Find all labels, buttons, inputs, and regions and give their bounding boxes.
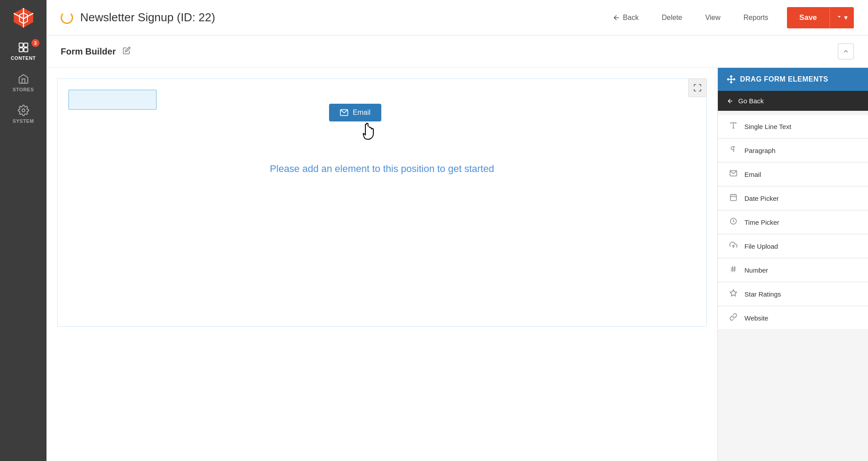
svg-rect-7: [730, 195, 736, 201]
element-label-star-ratings: Star Ratings: [744, 290, 781, 298]
content-area: Form Builder: [46, 35, 868, 461]
svg-line-15: [732, 266, 733, 272]
element-label-number: Number: [744, 266, 768, 274]
element-file-upload[interactable]: File Upload: [718, 235, 868, 258]
back-label: Back: [623, 14, 639, 22]
svg-point-4: [22, 109, 25, 112]
envelope-icon: [729, 169, 737, 177]
save-label: Save: [799, 13, 817, 22]
right-panel: DRAG FORM ELEMENTS Go Back: [717, 68, 868, 461]
expand-button[interactable]: [688, 78, 707, 97]
star-icon: [729, 289, 737, 297]
drag-tooltip-label: Email: [353, 109, 371, 117]
element-paragraph[interactable]: Paragraph: [718, 139, 868, 162]
form-builder-title: Form Builder: [61, 47, 116, 57]
sidebar-item-content[interactable]: 3 CONTENT: [0, 35, 46, 67]
email-drag-icon: [340, 108, 349, 117]
svg-rect-3: [24, 48, 28, 52]
element-email[interactable]: Email: [718, 163, 868, 186]
text-t-icon: [729, 121, 737, 129]
email-icon: [728, 169, 738, 180]
element-label-file-upload: File Upload: [744, 242, 778, 250]
form-elements-list: Single Line Text Paragraph: [718, 111, 868, 461]
date-picker-icon: [728, 193, 738, 203]
element-star-ratings[interactable]: Star Ratings: [718, 283, 868, 306]
empty-hint: Please add an element to this position t…: [68, 163, 696, 175]
link-icon: [729, 313, 737, 321]
loading-spinner: [61, 12, 73, 24]
save-dropdown-button[interactable]: ▾: [829, 7, 854, 28]
svg-marker-17: [730, 290, 737, 296]
save-btn-group: Save ▾: [787, 7, 854, 28]
cursor-hand: [360, 120, 378, 145]
drop-placeholder-row: [68, 90, 696, 110]
go-back-button[interactable]: Go Back: [718, 91, 868, 111]
element-label-date-picker: Date Picker: [744, 195, 779, 202]
form-builder-title-row: Form Builder: [61, 45, 132, 58]
back-button[interactable]: Back: [608, 11, 643, 24]
chevron-down-icon: [836, 14, 842, 20]
svg-rect-0: [19, 43, 23, 47]
content-icon: [18, 42, 29, 53]
pilcrow-icon: [729, 145, 737, 153]
topbar-actions: Back Delete View Reports Save ▾: [608, 7, 854, 28]
calendar-icon: [729, 193, 737, 201]
sidebar-item-label-content: CONTENT: [11, 55, 36, 61]
pencil-icon: [123, 47, 131, 55]
cloud-upload-icon: [729, 241, 737, 249]
paragraph-icon: [728, 145, 738, 156]
notification-badge: 3: [31, 39, 39, 47]
element-number[interactable]: Number: [718, 259, 868, 282]
edit-title-button[interactable]: [121, 45, 132, 58]
stores-icon: [18, 73, 29, 85]
save-button[interactable]: Save: [787, 7, 829, 28]
view-label: View: [705, 14, 720, 22]
back-arrow-icon: [612, 14, 620, 22]
sidebar-item-system[interactable]: SYSTEM: [0, 98, 46, 130]
topbar: Newsletter Signup (ID: 22) Back Delete V…: [46, 0, 868, 35]
element-date-picker[interactable]: Date Picker: [718, 187, 868, 210]
drag-icon: [727, 75, 736, 84]
element-single-line-text[interactable]: Single Line Text: [718, 115, 868, 138]
hash-icon: [729, 265, 737, 273]
view-button[interactable]: View: [701, 11, 725, 24]
svg-line-16: [734, 266, 735, 272]
drop-zone[interactable]: [68, 90, 157, 110]
sidebar-item-label-system: SYSTEM: [12, 118, 34, 124]
time-picker-icon: [728, 217, 738, 227]
drag-tooltip: Email: [329, 104, 381, 121]
chevron-up-icon: [842, 48, 849, 55]
collapse-button[interactable]: [838, 43, 854, 59]
system-icon: [18, 105, 29, 116]
file-upload-icon: [728, 241, 738, 251]
sidebar-logo[interactable]: [0, 0, 46, 35]
element-label-email: Email: [744, 171, 761, 178]
canvas-area: Email Please add an element to t: [46, 68, 717, 461]
expand-icon: [693, 83, 702, 92]
go-back-arrow-icon: [727, 98, 734, 105]
element-time-picker[interactable]: Time Picker: [718, 211, 868, 234]
form-canvas: Email Please add an element to t: [57, 78, 707, 327]
sidebar-item-stores[interactable]: STORES: [0, 67, 46, 98]
element-label-website: Website: [744, 314, 768, 322]
page-title: Newsletter Signup (ID: 22): [80, 11, 608, 24]
drag-form-elements-header: DRAG FORM ELEMENTS: [718, 68, 868, 91]
delete-label: Delete: [662, 14, 682, 22]
form-builder-header: Form Builder: [46, 35, 868, 68]
element-website[interactable]: Website: [718, 307, 868, 330]
go-back-label: Go Back: [738, 97, 764, 105]
single-line-text-icon: [728, 121, 738, 132]
reports-button[interactable]: Reports: [739, 11, 773, 24]
website-icon: [728, 313, 738, 323]
svg-rect-1: [24, 43, 28, 47]
delete-button[interactable]: Delete: [657, 11, 686, 24]
number-icon: [728, 265, 738, 275]
main-content: Newsletter Signup (ID: 22) Back Delete V…: [46, 0, 868, 461]
drag-header-label: DRAG FORM ELEMENTS: [740, 75, 828, 83]
sidebar: 3 CONTENT STORES SYSTEM: [0, 0, 46, 461]
element-label-single-line-text: Single Line Text: [744, 123, 791, 130]
clock-icon: [729, 217, 737, 225]
svg-rect-2: [19, 48, 23, 52]
sidebar-item-label-stores: STORES: [12, 87, 34, 92]
reports-label: Reports: [744, 14, 768, 22]
